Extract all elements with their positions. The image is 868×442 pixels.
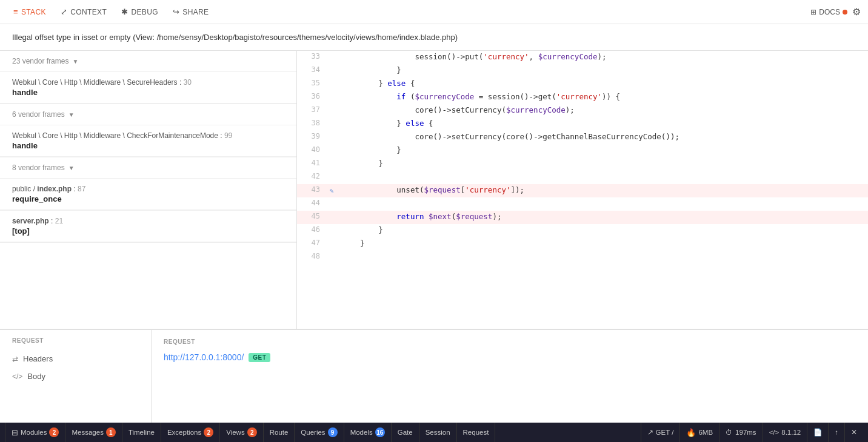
nav-stack[interactable]: ≡ STACK (7, 5, 52, 19)
vendor-frames-1[interactable]: 23 vendor frames ▼ (0, 51, 296, 71)
session-label: Session (426, 429, 450, 436)
error-message: Illegal offset type in isset or empty (V… (0, 24, 868, 51)
stack-icon: ≡ (13, 7, 18, 16)
models-label: Models (350, 429, 373, 436)
line-content: } else { (337, 78, 868, 91)
status-views[interactable]: Views 2 (220, 423, 263, 442)
frame-secure-headers[interactable]: Webkul \ Core \ Http \ Middleware \ Secu… (0, 72, 296, 104)
line-number: 39 (297, 131, 326, 144)
code-line-39: 39 core()->setCurrency(core()->getChanne… (297, 131, 868, 144)
request-url: http://127.0.0.1:8000/ GET (164, 352, 856, 362)
code-line-40: 40 } (297, 144, 868, 157)
status-memory-label: 6MB (698, 429, 713, 436)
frame-class-2: Webkul \ Core \ Http \ Middleware \ Chec… (12, 131, 284, 140)
vendor-frames-1-label: 23 vendor frames (12, 57, 68, 65)
nav-debug[interactable]: ✱ DEBUG (115, 5, 164, 19)
code-line-38: 38 } else { (297, 117, 868, 131)
exceptions-badge: 2 (204, 427, 213, 437)
debug-icon: ✱ (121, 7, 128, 16)
frame-line-num-3: 87 (78, 185, 85, 193)
messages-badge: 1 (106, 427, 116, 437)
status-memory: 🔥 6MB (679, 423, 719, 442)
code-line-46: 46 } (297, 224, 868, 237)
status-php-label: 8.1.12 (781, 429, 801, 436)
frame-server-php[interactable]: server.php : 21 [top] (0, 211, 296, 242)
nav-share[interactable]: ↪ SHARE (167, 5, 215, 19)
frame-class: Webkul \ Core \ Http \ Middleware \ Secu… (12, 78, 284, 87)
views-label: Views (226, 429, 244, 436)
status-request[interactable]: Request (457, 423, 496, 442)
frame-index-php[interactable]: public / index.php : 87 require_once (0, 179, 296, 210)
close-button[interactable]: ✕ (844, 423, 863, 442)
request-detail: REQUEST http://127.0.0.1:8000/ GET (152, 330, 868, 423)
code-line-34: 34 } (297, 64, 868, 78)
line-number: 40 (297, 144, 326, 157)
scroll-up-button[interactable]: ↑ (828, 423, 844, 442)
close-icon: ✕ (851, 428, 857, 437)
status-exceptions[interactable]: Exceptions 2 (161, 423, 220, 442)
line-content: } else { (337, 117, 868, 131)
line-number: 38 (297, 117, 326, 131)
line-number: 48 (297, 251, 326, 264)
frame-maintenance[interactable]: Webkul \ Core \ Http \ Middleware \ Chec… (0, 125, 296, 157)
code-line-43: 43 ✎ unset($request['currency']); (297, 184, 868, 197)
status-php: </> 8.1.12 (763, 423, 807, 442)
line-content: } (337, 157, 868, 171)
nav-stack-label: STACK (21, 8, 46, 16)
body-nav-item[interactable]: </> Body (0, 368, 151, 385)
time-icon: ⏱ (726, 429, 733, 436)
line-number: 42 (297, 171, 326, 184)
vendor-frames-2[interactable]: 6 vendor frames ▼ (0, 104, 296, 125)
body-label: Body (27, 372, 45, 381)
frame-group-1: 23 vendor frames ▼ (0, 51, 296, 72)
status-method-label: GET / (656, 429, 674, 436)
memory-icon: 🔥 (686, 428, 696, 437)
code-line-36: 36 if ($currencyCode = session()->get('c… (297, 91, 868, 104)
queries-badge: 9 (328, 427, 338, 437)
line-content: return $next($request); (337, 211, 868, 224)
status-route[interactable]: Route (264, 423, 295, 442)
code-line-47: 47 } (297, 237, 868, 251)
docs-button[interactable]: ⊞ DOCS (810, 8, 847, 16)
vendor-frames-3[interactable]: 8 vendor frames ▼ (0, 157, 296, 178)
line-content: session()->put('currency', $currencyCode… (337, 51, 868, 64)
status-bar: ⊟ Modules 2 Messages 1 Timeline Exceptio… (0, 423, 868, 442)
messages-label: Messages (72, 429, 103, 436)
status-right-items: ↗ GET / 🔥 6MB ⏱ 197ms </> 8.1.12 📄 ↑ (641, 423, 863, 442)
settings-button[interactable]: ⚙ (852, 6, 861, 18)
status-timeline[interactable]: Timeline (122, 423, 161, 442)
method-badge: GET (249, 353, 270, 362)
frame-method-4: [top] (12, 226, 284, 236)
request-detail-title: REQUEST (164, 338, 856, 345)
status-gate[interactable]: Gate (392, 423, 419, 442)
line-number: 37 (297, 104, 326, 117)
headers-nav-item[interactable]: ⇄ Headers (0, 350, 151, 368)
status-time-label: 197ms (735, 429, 756, 436)
code-line-44: 44 (297, 197, 868, 211)
code-line-37: 37 core()->setCurrency($currencyCode); (297, 104, 868, 117)
request-url-link[interactable]: http://127.0.0.1:8000/ (164, 352, 244, 362)
line-number: 47 (297, 237, 326, 251)
line-content: unset($request['currency']); (337, 184, 868, 197)
status-messages[interactable]: Messages 1 (65, 423, 122, 442)
up-arrow-icon: ↑ (835, 429, 838, 436)
status-modules[interactable]: ⊟ Modules 2 (5, 423, 65, 442)
bottom-content: REQUEST ⇄ Headers </> Body REQUEST http:… (0, 330, 868, 423)
status-file-btn[interactable]: 📄 (807, 423, 828, 442)
status-queries[interactable]: Queries 9 (295, 423, 344, 442)
status-session[interactable]: Session (419, 423, 457, 442)
status-models[interactable]: Models 16 (344, 423, 392, 442)
nav-context[interactable]: ⤢ CONTEXT (55, 5, 113, 19)
line-content: if ($currencyCode = session()->get('curr… (337, 91, 868, 104)
frame-line-num-2: 99 (224, 131, 232, 140)
modules-label: Modules (21, 429, 47, 436)
line-number: 36 (297, 91, 326, 104)
chevron-down-icon-2: ▼ (68, 111, 75, 118)
code-panel: 33 session()->put('currency', $currencyC… (297, 51, 868, 329)
edit-icon[interactable]: ✎ (326, 184, 337, 197)
models-badge: 16 (375, 427, 385, 437)
body-icon: </> (12, 372, 22, 381)
frame-class-4: server.php : 21 (12, 217, 284, 225)
code-line-42: 42 (297, 171, 868, 184)
headers-icon: ⇄ (12, 355, 18, 363)
